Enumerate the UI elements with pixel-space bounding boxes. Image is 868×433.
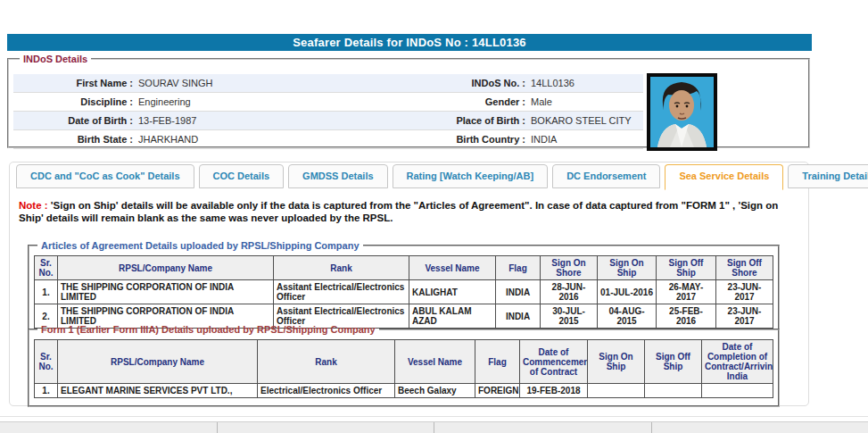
col-date-of-completion: Date of Completion of Contract/Arriving …: [702, 340, 773, 384]
tab-bar: CDC and "CoC as Cook" Details COC Detail…: [16, 164, 868, 190]
col-vessel-name: Vessel Name: [395, 340, 475, 384]
discipline-label: Discipline :: [13, 96, 138, 107]
articles-of-agreement-table: Sr. No. RPSL/Company Name Rank Vessel Na…: [34, 255, 773, 329]
col-sign-on-ship: Sign On Ship: [598, 256, 657, 280]
col-sr-no: Sr. No.: [35, 340, 58, 384]
col-sign-off-ship: Sign Off Ship: [657, 256, 716, 280]
articles-of-agreement-legend: Articles of Agreement Details uploaded b…: [37, 240, 363, 251]
birth-country-value: INDIA: [531, 134, 643, 145]
table-row: 1. ELEGANT MARINE SERVICES PVT LTD., Ele…: [35, 384, 773, 398]
tab-cdc-coc-as-cook-details[interactable]: CDC and "CoC as Cook" Details: [16, 164, 194, 188]
tab-dc-endorsement[interactable]: DC Endorsement: [552, 164, 660, 188]
cell-sign-off-ship: 26-MAY-2017: [657, 280, 716, 304]
tab-coc-details[interactable]: COC Details: [199, 164, 285, 188]
cell-sign-on-ship: [588, 384, 645, 398]
tab-gmdss-details[interactable]: GMDSS Details: [288, 164, 387, 188]
sign-on-ship-note: Note : 'Sign on Ship' details will be av…: [19, 199, 804, 224]
cell-rank: Assitant Electrical/Electronics Officer: [274, 280, 409, 304]
indos-no-value: 14LL0136: [531, 78, 643, 88]
form1-details-table: Sr. No. RPSL/Company Name Rank Vessel Na…: [34, 339, 773, 398]
col-sign-on-ship: Sign On Ship: [588, 340, 645, 384]
indos-no-label: INDoS No. :: [388, 78, 531, 88]
cell-rank: Electrical/Electronics Officer: [258, 384, 395, 398]
cell-sign-off-shore: 23-JUN-2017: [716, 280, 773, 304]
cell-company: THE SHIPPING CORPORATION OF INDIA LIMITE…: [58, 280, 274, 304]
cell-vessel: KALIGHAT: [409, 280, 496, 304]
footer-cell: [434, 422, 652, 433]
indos-details-fieldset: INDoS Details First Name : SOURAV SINGH …: [7, 54, 810, 148]
birth-state-label: Birth State :: [13, 134, 138, 145]
cell-sign-on-shore: 28-JUN-2016: [541, 280, 598, 304]
place-of-birth-label: Place of Birth :: [388, 115, 531, 126]
date-of-birth-label: Date of Birth :: [13, 115, 138, 126]
tab-rating-watch-keeping-ab[interactable]: Rating [Watch Keeping/AB]: [393, 164, 549, 188]
tab-training-details[interactable]: Training Details: [788, 164, 868, 188]
col-sign-off-ship: Sign Off Ship: [645, 340, 702, 384]
tab-sea-service-details[interactable]: Sea Service Details: [665, 164, 783, 190]
first-name-value: SOURAV SINGH: [138, 78, 388, 88]
col-sign-off-shore: Sign Off Shore: [716, 256, 773, 280]
note-prefix: Note :: [19, 200, 48, 211]
col-rank: Rank: [274, 256, 409, 280]
seafarer-photo: [647, 73, 717, 151]
col-rpsl-company-name: RPSL/Company Name: [58, 340, 258, 384]
place-of-birth-value: BOKARO STEEL CITY: [531, 115, 643, 126]
footer-strip: [0, 421, 868, 433]
cell-flag: FOREIGN: [475, 384, 520, 398]
cell-sr-no: 1.: [35, 384, 58, 398]
cell-date-of-completion: [702, 384, 773, 398]
col-sr-no: Sr. No.: [35, 256, 58, 280]
cell-date-of-commencement: 19-FEB-2018: [520, 384, 588, 398]
form1-details-fieldset: Form 1 (Earlier Form IIIA) Details uploa…: [28, 324, 780, 407]
cell-sign-off-ship: [645, 384, 702, 398]
col-rank: Rank: [258, 340, 395, 384]
first-name-label: First Name :: [13, 78, 138, 88]
discipline-value: Engineering: [138, 96, 388, 107]
articles-of-agreement-fieldset: Articles of Agreement Details uploaded b…: [28, 240, 780, 337]
detail-row: First Name : SOURAV SINGH INDoS No. : 14…: [13, 74, 643, 93]
detail-row: Date of Birth : 13-FEB-1987 Place of Bir…: [13, 112, 643, 130]
footer-cell: [218, 422, 435, 433]
table-row: 1. THE SHIPPING CORPORATION OF INDIA LIM…: [35, 280, 773, 304]
cell-vessel: Beech Galaxy: [395, 384, 475, 398]
detail-row: Discipline : Engineering Gender : Male: [13, 93, 643, 112]
form1-details-legend: Form 1 (Earlier Form IIIA) Details uploa…: [37, 324, 379, 335]
note-text: 'Sign on Ship' details will be available…: [19, 200, 778, 223]
col-date-of-commencement: Date of Commencement of Contract: [520, 340, 588, 384]
cell-sign-on-ship: 01-JUL-2016: [598, 280, 657, 304]
footer-divider: [0, 416, 868, 417]
cell-flag: INDIA: [496, 280, 541, 304]
table-header-row: Sr. No. RPSL/Company Name Rank Vessel Na…: [35, 256, 773, 280]
detail-row: Birth State : JHARKHAND Birth Country : …: [13, 130, 643, 149]
col-flag: Flag: [475, 340, 520, 384]
col-vessel-name: Vessel Name: [409, 256, 496, 280]
table-header-row: Sr. No. RPSL/Company Name Rank Vessel Na…: [35, 340, 773, 384]
page-title: Seafarer Details for INDoS No : 14LL0136: [7, 34, 812, 51]
col-rpsl-company-name: RPSL/Company Name: [58, 256, 274, 280]
gender-value: Male: [531, 96, 643, 107]
cell-sr-no: 1.: [35, 280, 58, 304]
col-sign-on-shore: Sign On Shore: [541, 256, 598, 280]
indos-detail-rows: First Name : SOURAV SINGH INDoS No. : 14…: [13, 74, 643, 149]
tab-content-panel: CDC and "CoC as Cook" Details COC Detail…: [9, 162, 809, 406]
footer-cell: [652, 422, 868, 433]
col-flag: Flag: [496, 256, 541, 280]
birth-state-value: JHARKHAND: [138, 134, 388, 145]
date-of-birth-value: 13-FEB-1987: [138, 115, 388, 126]
footer-cell: [0, 422, 218, 433]
birth-country-label: Birth Country :: [388, 134, 531, 145]
seafarer-details-page: Seafarer Details for INDoS No : 14LL0136…: [0, 0, 868, 433]
gender-label: Gender :: [388, 96, 531, 107]
indos-details-legend: INDoS Details: [20, 54, 91, 64]
cell-company: ELEGANT MARINE SERVICES PVT LTD.,: [58, 384, 258, 398]
